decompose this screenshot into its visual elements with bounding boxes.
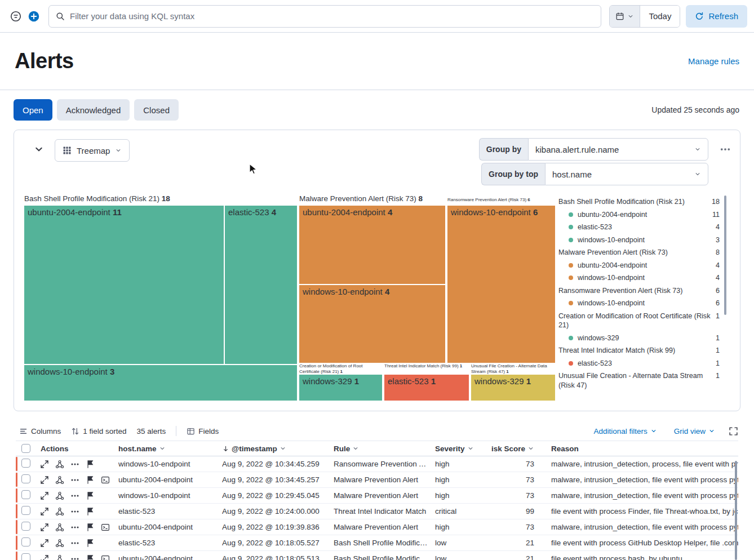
open-session-view-icon[interactable] xyxy=(101,523,110,532)
group-by-top-select[interactable]: host.name xyxy=(545,163,708,185)
collapse-chart-button[interactable] xyxy=(33,144,45,155)
group-by-select[interactable]: kibana.alert.rule.name xyxy=(528,138,708,161)
today-button[interactable]: Today xyxy=(640,6,680,27)
chart-type-select[interactable]: Treemap xyxy=(55,139,130,162)
legend-item[interactable]: elastic-5231 xyxy=(558,357,720,370)
cell-timestamp: Aug 9, 2022 @ 10:19:39.836 xyxy=(222,523,334,531)
cell-risk-score: 21 xyxy=(491,554,542,560)
treemap-cell[interactable]: elastic-523 1 xyxy=(384,375,469,401)
additional-filters-button[interactable]: Additional filters xyxy=(590,426,660,436)
legend-item[interactable]: windows-10-endpoint3 xyxy=(558,234,720,247)
more-actions-icon[interactable] xyxy=(70,507,79,516)
open-session-view-icon[interactable] xyxy=(101,475,110,485)
treemap-cell[interactable]: windows-10-endpoint 3 xyxy=(24,365,297,401)
treemap-cell[interactable]: windows-10-endpoint 6 xyxy=(447,206,555,363)
cell-rule: Bash Shell Profile Modification xyxy=(334,554,435,560)
legend-dot-icon xyxy=(569,361,573,366)
row-checkbox[interactable] xyxy=(21,490,30,499)
more-actions-icon[interactable] xyxy=(70,491,79,500)
investigate-in-timeline-icon[interactable] xyxy=(86,554,95,560)
expand-alert-icon[interactable] xyxy=(40,539,49,548)
row-checkbox[interactable] xyxy=(21,459,30,468)
treemap-cell[interactable]: windows-329 1 xyxy=(471,375,555,401)
fullscreen-button[interactable] xyxy=(729,426,738,436)
col-header-host-name[interactable]: host.name xyxy=(118,445,222,453)
more-actions-icon[interactable] xyxy=(70,475,79,485)
investigate-in-timeline-icon[interactable] xyxy=(86,507,95,516)
tab-acknowledged[interactable]: Acknowledged xyxy=(57,99,130,121)
row-checkbox[interactable] xyxy=(21,474,30,483)
row-checkbox[interactable] xyxy=(21,506,30,515)
legend-item[interactable]: windows-3291 xyxy=(558,332,720,345)
open-session-view-icon[interactable] xyxy=(101,554,110,560)
legend-dot-icon xyxy=(569,275,573,280)
row-checkbox[interactable] xyxy=(21,522,30,531)
expand-alert-icon[interactable] xyxy=(40,491,49,500)
legend-item[interactable]: windows-10-endpoint4 xyxy=(558,272,720,285)
expand-alert-icon[interactable] xyxy=(40,554,49,560)
legend-item[interactable]: windows-10-endpoint6 xyxy=(558,297,720,310)
page-header: Alerts Manage rules xyxy=(0,33,754,90)
legend-item[interactable]: ubuntu-2004-endpoint4 xyxy=(558,259,720,272)
investigate-in-timeline-icon[interactable] xyxy=(86,523,95,532)
columns-button[interactable]: Columns xyxy=(16,427,64,435)
add-filter-button[interactable] xyxy=(28,11,39,22)
treemap-cell[interactable]: elastic-523 4 xyxy=(225,206,297,364)
investigate-in-timeline-icon[interactable] xyxy=(86,460,95,469)
chevron-down-icon xyxy=(115,147,122,154)
legend-dot-icon xyxy=(569,225,573,229)
legend-item[interactable]: elastic-5234 xyxy=(558,221,720,234)
saved-query-menu-button[interactable] xyxy=(10,11,21,22)
refresh-button[interactable]: Refresh xyxy=(686,5,747,28)
treemap-cell[interactable]: windows-10-endpoint 4 xyxy=(299,285,445,363)
analyze-event-icon[interactable] xyxy=(55,523,64,532)
col-header-severity[interactable]: Severity xyxy=(435,445,491,453)
legend-scrollbar[interactable] xyxy=(724,195,726,401)
treemap-cell[interactable]: ubuntu-2004-endpoint 4 xyxy=(299,206,445,284)
row-checkbox[interactable] xyxy=(21,553,30,560)
more-actions-icon[interactable] xyxy=(70,539,79,548)
expand-alert-icon[interactable] xyxy=(40,507,49,516)
legend-item[interactable]: ubuntu-2004-endpoint11 xyxy=(558,208,720,221)
grid-view-button[interactable]: Grid view xyxy=(671,426,718,436)
scrollbar-thumb[interactable] xyxy=(724,195,726,315)
analyze-event-icon[interactable] xyxy=(55,507,64,516)
treemap-group-label: Unusual File Creation - Alternate Data S… xyxy=(471,363,555,374)
treemap-cell[interactable]: windows-329 1 xyxy=(299,375,382,401)
investigate-in-timeline-icon[interactable] xyxy=(86,475,95,485)
chevron-down-icon xyxy=(33,144,45,155)
analyze-event-icon[interactable] xyxy=(55,554,64,560)
col-header-timestamp[interactable]: @timestamp xyxy=(222,445,334,453)
analyze-event-icon[interactable] xyxy=(55,475,64,485)
date-picker-button[interactable] xyxy=(610,6,640,27)
analyze-event-icon[interactable] xyxy=(55,491,64,500)
treemap-cell[interactable]: ubuntu-2004-endpoint 11 xyxy=(24,206,224,364)
select-all-checkbox[interactable] xyxy=(21,444,30,453)
datagrid-toolbar: Columns 1 field sorted 35 alerts Fields … xyxy=(16,426,738,436)
sort-fields-button[interactable]: 1 field sorted xyxy=(68,427,130,435)
more-actions-icon[interactable] xyxy=(70,460,79,469)
fields-button[interactable]: Fields xyxy=(183,427,222,435)
row-checkbox[interactable] xyxy=(21,537,30,546)
panel-options-button[interactable] xyxy=(720,144,731,155)
legend-value: 6 xyxy=(716,286,720,296)
grid-scrollbar[interactable] xyxy=(735,461,737,560)
expand-alert-icon[interactable] xyxy=(40,460,49,469)
tab-closed[interactable]: Closed xyxy=(134,99,179,121)
investigate-in-timeline-icon[interactable] xyxy=(86,491,95,500)
more-actions-icon[interactable] xyxy=(70,523,79,532)
col-header-rule[interactable]: Rule xyxy=(334,445,435,453)
analyze-event-icon[interactable] xyxy=(55,460,64,469)
chevron-down-icon xyxy=(708,428,715,434)
col-header-risk-score[interactable]: Risk Score xyxy=(491,445,542,453)
manage-rules-link[interactable]: Manage rules xyxy=(688,56,739,66)
investigate-in-timeline-icon[interactable] xyxy=(86,539,95,548)
expand-alert-icon[interactable] xyxy=(40,523,49,532)
legend-label: elastic-523 xyxy=(578,359,716,368)
more-actions-icon[interactable] xyxy=(70,554,79,560)
tab-open[interactable]: Open xyxy=(14,99,52,121)
analyze-event-icon[interactable] xyxy=(55,539,64,548)
expand-alert-icon[interactable] xyxy=(40,475,49,485)
kql-search-input[interactable]: Filter your data using KQL syntax xyxy=(48,5,601,28)
legend-value: 1 xyxy=(716,334,720,343)
